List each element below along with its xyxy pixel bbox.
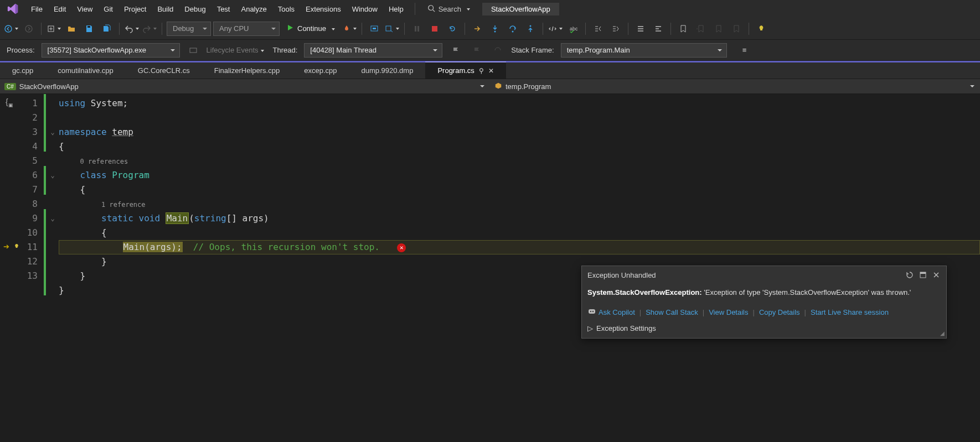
copy-details-link[interactable]: Copy Details — [759, 308, 800, 316]
nav-back-button[interactable] — [3, 21, 19, 37]
svg-rect-18 — [920, 272, 926, 274]
search-box[interactable]: Search — [423, 3, 474, 15]
thread-combo[interactable]: [40428] Main Thread — [304, 43, 442, 58]
nav-project-combo[interactable]: C# StackOverflowApp — [0, 82, 490, 91]
process-combo[interactable]: [35572] StackOverflowApp.exe — [42, 43, 180, 58]
lightbulb-icon[interactable] — [13, 243, 20, 250]
menu-git[interactable]: Git — [98, 3, 118, 15]
class-icon — [494, 82, 502, 91]
menu-view[interactable]: View — [71, 3, 98, 15]
clear-bookmarks-button[interactable] — [729, 21, 744, 37]
stop-button[interactable] — [427, 21, 442, 37]
search-icon — [427, 4, 435, 14]
tab-gc-coreclr-cs[interactable]: GC.CoreCLR.cs — [126, 63, 202, 79]
nav-class-combo[interactable]: temp.Program — [490, 82, 980, 91]
fold-column[interactable]: ⌄ ⌄ ⌄ — [47, 94, 59, 442]
history-icon[interactable] — [905, 271, 914, 279]
menu-edit[interactable]: Edit — [48, 3, 71, 15]
find-button[interactable] — [384, 21, 400, 37]
process-button[interactable] — [367, 21, 382, 37]
spellcheck-button[interactable]: abc — [565, 21, 581, 37]
ask-copilot-link[interactable]: Ask Copilot — [587, 307, 635, 318]
save-button[interactable] — [81, 21, 97, 37]
lightbulb-button[interactable] — [754, 21, 769, 37]
chevron-right-icon: ▷ — [587, 324, 593, 332]
svg-rect-16 — [190, 48, 197, 53]
config-combo[interactable]: Debug — [167, 22, 211, 36]
menu-extensions[interactable]: Extensions — [300, 3, 347, 15]
separator — [465, 23, 465, 35]
pause-button[interactable] — [409, 21, 425, 37]
tab-program-cs[interactable]: Program.cs⚲✕ — [425, 61, 506, 79]
code-nav-bar: C# StackOverflowApp temp.Program — [0, 79, 980, 94]
lifecycle-events-combo[interactable]: Lifecycle Events — [207, 46, 267, 54]
hot-reload-button[interactable] — [342, 21, 357, 37]
svg-rect-9 — [415, 26, 416, 32]
menu-debug[interactable]: Debug — [179, 3, 211, 15]
flag-icon[interactable] — [448, 43, 463, 58]
lifecycle-icon[interactable] — [185, 43, 201, 58]
toolbar-overflow-icon[interactable]: ≡ — [737, 43, 752, 58]
menu-build[interactable]: Build — [152, 3, 179, 15]
step-into-button[interactable] — [487, 21, 503, 37]
svg-point-2 — [5, 25, 12, 32]
uncomment-button[interactable] — [651, 21, 666, 37]
restart-button[interactable] — [445, 21, 460, 37]
svg-point-3 — [25, 25, 32, 32]
resize-grip-icon[interactable]: ◢ — [940, 330, 945, 336]
svg-point-12 — [494, 30, 496, 32]
view-details-link[interactable]: View Details — [709, 308, 748, 316]
new-item-button[interactable] — [46, 21, 61, 37]
nav-forward-button[interactable] — [21, 21, 37, 37]
menu-analyze[interactable]: Analyze — [235, 3, 272, 15]
vs-logo-icon — [7, 3, 19, 15]
menu-tools[interactable]: Tools — [272, 3, 300, 15]
continue-button[interactable]: Continue — [282, 21, 339, 37]
indent-left-button[interactable] — [590, 21, 606, 37]
show-call-stack-link[interactable]: Show Call Stack — [646, 308, 698, 316]
show-next-statement-button[interactable] — [470, 21, 485, 37]
pin-icon[interactable]: ⚲ — [479, 67, 484, 75]
stackframe-combo[interactable]: temp.Program.Main — [561, 43, 727, 58]
close-icon[interactable]: ✕ — [488, 67, 494, 75]
exception-popup: Exception Unhandled System.StackOverflow… — [581, 266, 947, 339]
separator — [404, 23, 405, 35]
tab-gc-cpp[interactable]: gc.cpp — [0, 63, 45, 79]
step-out-button[interactable] — [523, 21, 538, 37]
tab-excep-cpp[interactable]: excep.cpp — [292, 63, 349, 79]
save-all-button[interactable] — [99, 21, 115, 37]
svg-rect-19 — [589, 309, 595, 314]
intellicode-button[interactable] — [548, 21, 563, 37]
tab-dump-9920-dmp[interactable]: dump.9920.dmp — [349, 63, 425, 79]
csharp-badge-icon: C# — [4, 83, 16, 90]
platform-combo[interactable]: Any CPU — [213, 22, 280, 36]
redo-button[interactable] — [142, 21, 157, 37]
solution-name[interactable]: StackOverflowApp — [482, 3, 559, 15]
menu-test[interactable]: Test — [212, 3, 236, 15]
flag-pinned-icon[interactable] — [469, 43, 484, 58]
threads-icon[interactable] — [490, 43, 506, 58]
menu-file[interactable]: File — [25, 3, 48, 15]
close-icon[interactable] — [932, 271, 941, 279]
tab-comutilnative-cpp[interactable]: comutilnative.cpp — [45, 63, 125, 79]
exception-settings-toggle[interactable]: ▷ Exception Settings — [582, 321, 946, 338]
undo-button[interactable] — [124, 21, 140, 37]
comment-button[interactable] — [633, 21, 648, 37]
prev-bookmark-button[interactable] — [693, 21, 709, 37]
exception-message: System.StackOverflowException: 'Exceptio… — [582, 284, 946, 304]
next-bookmark-button[interactable] — [711, 21, 726, 37]
menu-window[interactable]: Window — [347, 3, 383, 15]
svg-rect-8 — [386, 26, 391, 31]
menu-project[interactable]: Project — [118, 3, 152, 15]
open-folder-button[interactable] — [64, 21, 79, 37]
live-share-link[interactable]: Start Live Share session — [811, 308, 889, 316]
svg-rect-10 — [417, 26, 419, 32]
bookmark-button[interactable] — [675, 21, 691, 37]
step-over-button[interactable] — [505, 21, 520, 37]
tab-finalizerhelpers-cpp[interactable]: FinalizerHelpers.cpp — [202, 63, 292, 79]
menu-help[interactable]: Help — [383, 3, 409, 15]
dock-icon[interactable] — [919, 271, 927, 279]
separator — [670, 23, 671, 35]
separator — [585, 23, 586, 35]
indent-right-button[interactable] — [608, 21, 623, 37]
